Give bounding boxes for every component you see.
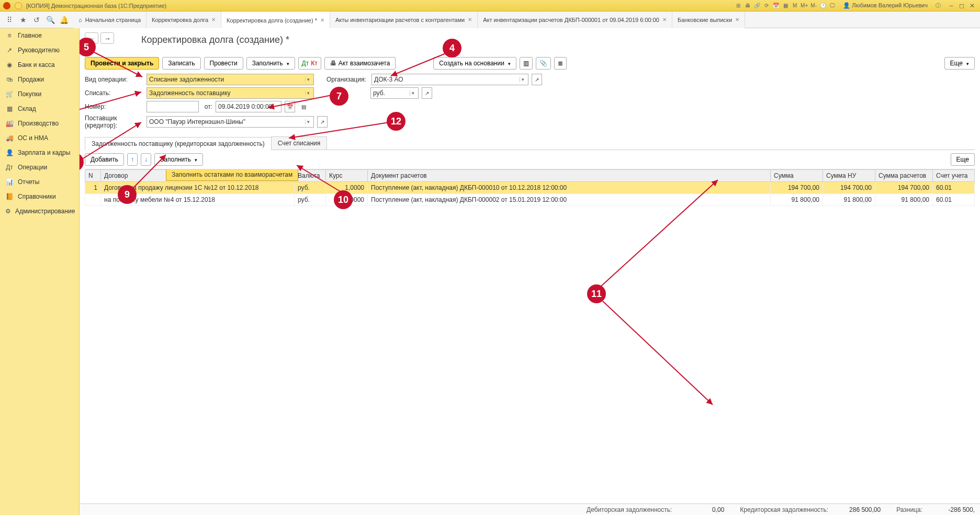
calendar-icon[interactable]: 📅: [285, 101, 295, 112]
add-row-button[interactable]: Добавить: [85, 153, 124, 166]
sidebar-item-label: Отчеты: [18, 178, 39, 186]
close-icon[interactable]: ✕: [967, 2, 977, 9]
op-type-label: Вид операции:: [85, 76, 143, 83]
dtct-button[interactable]: ДтКт: [298, 57, 321, 70]
col-settlement-doc[interactable]: Документ расчетов: [368, 170, 771, 182]
move-up-button[interactable]: ↑: [127, 153, 138, 166]
screen-icon[interactable]: 🖵: [828, 2, 837, 10]
supplier-label: Поставщик (кредитор):: [85, 115, 143, 129]
supplier-open-icon[interactable]: ↗: [317, 116, 328, 128]
sidebar-item-main[interactable]: ≡Главное: [0, 28, 79, 43]
clock-icon[interactable]: 🕐: [819, 2, 827, 10]
tab-inventory-act-doc[interactable]: Акт инвентаризации расчетов ДКБП-000001 …: [478, 12, 672, 28]
subtab-account[interactable]: Счет списания: [271, 136, 328, 150]
create-based-button[interactable]: Создать на основании: [433, 57, 516, 70]
user-label[interactable]: 👤 Любимов Валерий Юрьевич: [841, 2, 930, 9]
col-currency[interactable]: Валюта: [295, 170, 326, 182]
sidebar-item-purchases[interactable]: 🛒Покупки: [0, 87, 79, 101]
subtab-debt[interactable]: Задолженность поставщику (кредиторская з…: [85, 137, 272, 150]
sidebar-item-manager[interactable]: ↗Руководителю: [0, 43, 79, 58]
close-icon[interactable]: ✕: [320, 17, 324, 23]
number-input[interactable]: [147, 101, 199, 112]
sidebar-item-label: Операции: [18, 164, 47, 171]
info-icon[interactable]: ⓘ: [934, 2, 942, 10]
apps-icon[interactable]: ⠿: [4, 16, 15, 24]
m-label[interactable]: M: [791, 2, 799, 10]
fill-button[interactable]: Заполнить: [246, 57, 295, 70]
tab-debt-adjust-create[interactable]: Корректировка долга (создание) *✕: [221, 12, 330, 28]
link-icon[interactable]: 🔗: [753, 2, 761, 10]
col-rate[interactable]: Курс: [326, 170, 368, 182]
col-n[interactable]: N: [85, 170, 101, 182]
app-icon: [3, 2, 10, 9]
close-icon[interactable]: ✕: [468, 17, 472, 22]
sidebar-item-production[interactable]: 🏭Производство: [0, 116, 79, 131]
history-icon[interactable]: ↺: [31, 16, 42, 24]
tab-inventory-acts[interactable]: Акты инвентаризации расчетов с контраген…: [330, 12, 478, 28]
sidebar-item-sales[interactable]: 🛍Продажи: [0, 72, 79, 87]
close-icon[interactable]: ✕: [735, 17, 739, 22]
window-titlebar: [КОПИЯ] Демонстрационная база (1С:Предпр…: [0, 0, 980, 12]
mplus-label[interactable]: M+: [800, 2, 808, 10]
op-type-select[interactable]: Списание задолженности▾: [147, 74, 314, 85]
post-button[interactable]: Провести: [204, 57, 243, 70]
supplier-select[interactable]: ООО "Пауэр Интернэшнл-Шины"▾: [147, 116, 314, 128]
table-row[interactable]: 1 Договор на продажу лицензии 1С №12 от …: [85, 182, 975, 194]
calendar-icon[interactable]: 📅: [772, 2, 780, 10]
fill-dropdown-item[interactable]: Заполнить остатками по взаиморасчетам: [166, 169, 298, 181]
table-more-button[interactable]: Еще: [951, 153, 975, 166]
factory-icon: 🏭: [5, 120, 14, 127]
doc-icon[interactable]: ▤: [298, 101, 309, 112]
post-close-button[interactable]: Провести и закрыть: [85, 57, 159, 70]
dropdown-icon[interactable]: [15, 2, 22, 9]
print-icon[interactable]: 🖶: [744, 2, 752, 10]
col-sum-nu[interactable]: Сумма НУ: [823, 170, 875, 182]
currency-open-icon[interactable]: ↗: [422, 87, 432, 99]
table-fill-button[interactable]: Заполнить: [154, 153, 203, 166]
table-row[interactable]: на поставку мебели №4 от 15.12.2018 руб.…: [85, 194, 975, 206]
search-icon[interactable]: 🔍: [45, 16, 55, 24]
number-label: Номер:: [85, 103, 143, 110]
move-down-button[interactable]: ↓: [141, 153, 151, 166]
col-sum[interactable]: Сумма: [771, 170, 823, 182]
date-input[interactable]: 09.04.2019 0:00:00: [216, 101, 281, 112]
save-button[interactable]: Записать: [162, 57, 200, 70]
minimize-icon[interactable]: –: [947, 2, 956, 9]
bell-icon[interactable]: 🔔: [59, 16, 69, 24]
col-account[interactable]: Счет учета: [933, 170, 975, 182]
more-button[interactable]: Еще: [944, 57, 975, 70]
sidebar-item-label: Производство: [18, 120, 59, 127]
grid-icon[interactable]: ▦: [781, 2, 790, 10]
close-icon[interactable]: ✕: [662, 17, 667, 22]
sidebar-item-assets[interactable]: 🚚ОС и НМА: [0, 131, 79, 145]
sidebar-item-reports[interactable]: 📊Отчеты: [0, 175, 79, 189]
close-icon[interactable]: ✕: [211, 17, 216, 22]
star-icon[interactable]: ★: [18, 16, 28, 24]
sidebar-item-operations[interactable]: ДтОперации: [0, 160, 79, 175]
tab-debt-adjust[interactable]: Корректировка долга✕: [147, 12, 221, 28]
org-select[interactable]: ДОК-3 АО▾: [371, 74, 528, 85]
currency-select[interactable]: руб.▾: [370, 87, 419, 99]
sidebar-item-admin[interactable]: ⚙Администрирование: [0, 204, 79, 219]
col-sum-calc[interactable]: Сумма расчетов: [875, 170, 933, 182]
sidebar-item-catalogs[interactable]: 📙Справочники: [0, 189, 79, 204]
tab-bank-statements[interactable]: Банковские выписки✕: [672, 12, 745, 28]
menu-icon: ≡: [5, 32, 14, 39]
tab-home[interactable]: ⌂Начальная страница: [73, 12, 147, 28]
list-button[interactable]: ≣: [554, 57, 567, 70]
writeoff-select[interactable]: Задолженность поставщику▾: [147, 87, 314, 99]
mminus-label[interactable]: M-: [809, 2, 818, 10]
act-button[interactable]: 🖶 Акт взаимозачета: [324, 57, 396, 70]
sidebar-item-bank[interactable]: ◉Банк и касса: [0, 58, 79, 72]
boxes-icon: ▦: [5, 105, 14, 112]
refresh-icon[interactable]: ⟳: [762, 2, 771, 10]
sidebar-item-warehouse[interactable]: ▦Склад: [0, 101, 79, 116]
nav-fwd-button[interactable]: →: [100, 32, 114, 44]
sidebar-item-payroll[interactable]: 👤Зарплата и кадры: [0, 145, 79, 160]
calc-icon[interactable]: ⊞: [734, 2, 742, 10]
book-icon: 📙: [5, 193, 14, 200]
attach-button[interactable]: 📎: [536, 57, 551, 70]
org-open-icon[interactable]: ↗: [532, 74, 542, 85]
maximize-icon[interactable]: ◻: [957, 2, 966, 9]
related-button[interactable]: ▥: [520, 57, 533, 70]
